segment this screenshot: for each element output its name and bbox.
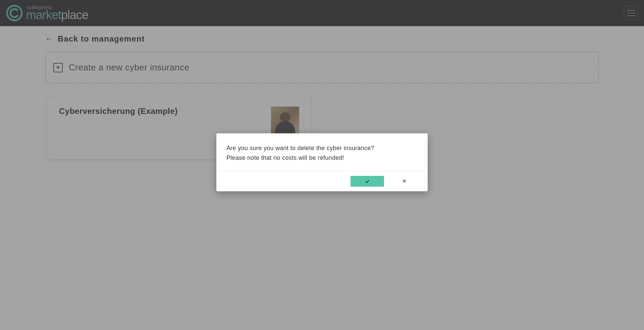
modal-overlay[interactable]: Are you sure you want to delete the cybe… [0, 0, 644, 330]
check-icon [365, 179, 370, 184]
cancel-button[interactable]: ✕ [387, 176, 421, 187]
modal-footer: ✕ [216, 171, 428, 191]
modal-line-2: Please note that no costs will be refund… [226, 153, 418, 163]
confirm-button[interactable] [351, 176, 384, 187]
confirm-delete-modal: Are you sure you want to delete the cybe… [216, 133, 428, 191]
modal-line-1: Are you sure you want to delete the cybe… [226, 143, 418, 153]
close-icon: ✕ [402, 178, 407, 184]
modal-message: Are you sure you want to delete the cybe… [216, 133, 428, 171]
